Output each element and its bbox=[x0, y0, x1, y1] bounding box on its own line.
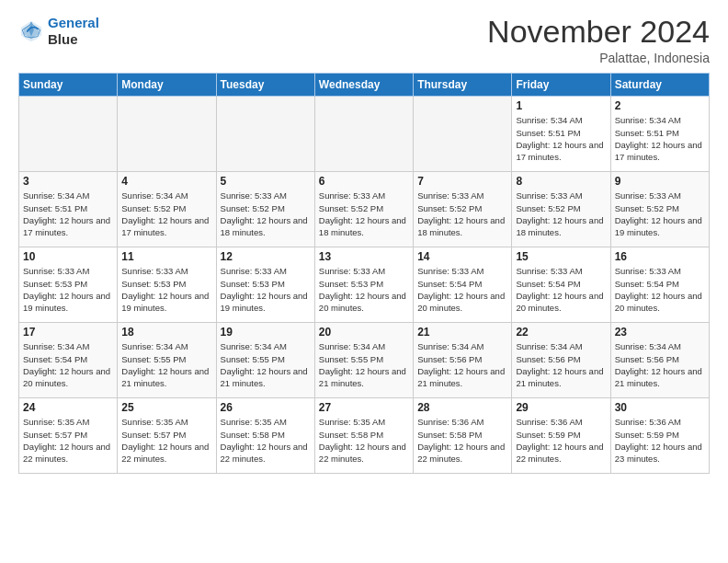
day-info: Sunrise: 5:33 AMSunset: 5:53 PMDaylight:… bbox=[319, 265, 409, 314]
calendar-week-row: 3Sunrise: 5:34 AMSunset: 5:51 PMDaylight… bbox=[19, 172, 710, 247]
day-number: 30 bbox=[615, 401, 705, 414]
calendar: SundayMondayTuesdayWednesdayThursdayFrid… bbox=[18, 73, 710, 474]
calendar-cell: 16Sunrise: 5:33 AMSunset: 5:54 PMDayligh… bbox=[610, 247, 709, 323]
calendar-cell: 20Sunrise: 5:34 AMSunset: 5:55 PMDayligh… bbox=[314, 323, 413, 398]
calendar-cell: 12Sunrise: 5:33 AMSunset: 5:53 PMDayligh… bbox=[216, 247, 314, 323]
day-number: 12 bbox=[221, 250, 311, 263]
day-number: 27 bbox=[319, 401, 409, 414]
calendar-cell bbox=[216, 97, 314, 172]
day-info: Sunrise: 5:33 AMSunset: 5:52 PMDaylight:… bbox=[615, 190, 705, 238]
calendar-cell: 17Sunrise: 5:34 AMSunset: 5:54 PMDayligh… bbox=[19, 323, 118, 398]
weekday-header: Monday bbox=[118, 74, 216, 97]
calendar-cell: 25Sunrise: 5:35 AMSunset: 5:57 PMDayligh… bbox=[118, 398, 216, 474]
weekday-header: Saturday bbox=[610, 74, 709, 97]
day-info: Sunrise: 5:34 AMSunset: 5:51 PMDaylight:… bbox=[516, 114, 606, 163]
logo-line2: Blue bbox=[48, 31, 99, 48]
calendar-header-row: SundayMondayTuesdayWednesdayThursdayFrid… bbox=[19, 74, 710, 97]
weekday-header: Wednesday bbox=[314, 74, 413, 97]
day-info: Sunrise: 5:35 AMSunset: 5:58 PMDaylight:… bbox=[319, 416, 409, 465]
calendar-cell: 18Sunrise: 5:34 AMSunset: 5:55 PMDayligh… bbox=[118, 323, 216, 398]
day-info: Sunrise: 5:34 AMSunset: 5:56 PMDaylight:… bbox=[615, 340, 705, 389]
day-number: 18 bbox=[121, 326, 211, 339]
day-info: Sunrise: 5:33 AMSunset: 5:53 PMDaylight:… bbox=[121, 265, 211, 314]
calendar-cell: 6Sunrise: 5:33 AMSunset: 5:52 PMDaylight… bbox=[314, 172, 413, 247]
calendar-cell: 3Sunrise: 5:34 AMSunset: 5:51 PMDaylight… bbox=[19, 172, 118, 247]
calendar-cell: 7Sunrise: 5:33 AMSunset: 5:52 PMDaylight… bbox=[414, 172, 512, 247]
day-info: Sunrise: 5:34 AMSunset: 5:52 PMDaylight:… bbox=[121, 190, 211, 238]
day-info: Sunrise: 5:34 AMSunset: 5:54 PMDaylight:… bbox=[23, 340, 113, 389]
day-number: 25 bbox=[121, 401, 211, 414]
day-number: 15 bbox=[516, 250, 606, 263]
day-info: Sunrise: 5:33 AMSunset: 5:52 PMDaylight:… bbox=[516, 190, 606, 238]
title-block: November 2024 Palattae, Indonesia bbox=[487, 15, 710, 65]
day-info: Sunrise: 5:33 AMSunset: 5:53 PMDaylight:… bbox=[221, 265, 311, 314]
calendar-cell: 24Sunrise: 5:35 AMSunset: 5:57 PMDayligh… bbox=[19, 398, 118, 474]
day-number: 3 bbox=[23, 175, 113, 188]
calendar-cell: 29Sunrise: 5:36 AMSunset: 5:59 PMDayligh… bbox=[512, 398, 610, 474]
calendar-cell bbox=[118, 97, 216, 172]
calendar-cell: 5Sunrise: 5:33 AMSunset: 5:52 PMDaylight… bbox=[216, 172, 314, 247]
logo-icon bbox=[18, 18, 44, 44]
logo-text: General Blue bbox=[48, 15, 99, 48]
month-title: November 2024 bbox=[487, 15, 710, 49]
day-number: 26 bbox=[221, 401, 311, 414]
calendar-cell bbox=[314, 97, 413, 172]
day-info: Sunrise: 5:36 AMSunset: 5:59 PMDaylight:… bbox=[516, 416, 606, 465]
page: General Blue November 2024 Palattae, Ind… bbox=[0, 0, 728, 488]
day-number: 28 bbox=[417, 401, 507, 414]
day-number: 5 bbox=[221, 175, 311, 188]
calendar-cell: 9Sunrise: 5:33 AMSunset: 5:52 PMDaylight… bbox=[610, 172, 709, 247]
day-number: 22 bbox=[516, 326, 606, 339]
calendar-cell: 30Sunrise: 5:36 AMSunset: 5:59 PMDayligh… bbox=[610, 398, 709, 474]
day-info: Sunrise: 5:33 AMSunset: 5:54 PMDaylight:… bbox=[417, 265, 507, 314]
calendar-cell: 26Sunrise: 5:35 AMSunset: 5:58 PMDayligh… bbox=[216, 398, 314, 474]
day-info: Sunrise: 5:34 AMSunset: 5:55 PMDaylight:… bbox=[121, 340, 211, 389]
day-number: 17 bbox=[23, 326, 113, 339]
calendar-cell: 14Sunrise: 5:33 AMSunset: 5:54 PMDayligh… bbox=[414, 247, 512, 323]
calendar-cell: 1Sunrise: 5:34 AMSunset: 5:51 PMDaylight… bbox=[512, 97, 610, 172]
calendar-week-row: 1Sunrise: 5:34 AMSunset: 5:51 PMDaylight… bbox=[19, 97, 710, 172]
day-number: 20 bbox=[319, 326, 409, 339]
calendar-cell: 11Sunrise: 5:33 AMSunset: 5:53 PMDayligh… bbox=[118, 247, 216, 323]
calendar-cell: 21Sunrise: 5:34 AMSunset: 5:56 PMDayligh… bbox=[414, 323, 512, 398]
day-number: 24 bbox=[23, 401, 113, 414]
calendar-cell: 10Sunrise: 5:33 AMSunset: 5:53 PMDayligh… bbox=[19, 247, 118, 323]
weekday-header: Tuesday bbox=[216, 74, 314, 97]
calendar-cell bbox=[19, 97, 118, 172]
day-info: Sunrise: 5:33 AMSunset: 5:54 PMDaylight:… bbox=[516, 265, 606, 314]
day-info: Sunrise: 5:34 AMSunset: 5:55 PMDaylight:… bbox=[221, 340, 311, 389]
calendar-cell: 4Sunrise: 5:34 AMSunset: 5:52 PMDaylight… bbox=[118, 172, 216, 247]
day-info: Sunrise: 5:33 AMSunset: 5:52 PMDaylight:… bbox=[417, 190, 507, 238]
day-info: Sunrise: 5:34 AMSunset: 5:51 PMDaylight:… bbox=[615, 114, 705, 163]
day-number: 4 bbox=[121, 175, 211, 188]
logo-line1: General bbox=[48, 15, 99, 30]
day-number: 10 bbox=[23, 250, 113, 263]
day-number: 13 bbox=[319, 250, 409, 263]
logo: General Blue bbox=[18, 15, 99, 48]
day-info: Sunrise: 5:33 AMSunset: 5:52 PMDaylight:… bbox=[319, 190, 409, 238]
day-info: Sunrise: 5:36 AMSunset: 5:58 PMDaylight:… bbox=[417, 416, 507, 465]
day-number: 16 bbox=[615, 250, 705, 263]
day-number: 11 bbox=[121, 250, 211, 263]
day-number: 1 bbox=[516, 99, 606, 112]
day-info: Sunrise: 5:34 AMSunset: 5:56 PMDaylight:… bbox=[516, 340, 606, 389]
calendar-cell bbox=[414, 97, 512, 172]
day-info: Sunrise: 5:34 AMSunset: 5:56 PMDaylight:… bbox=[417, 340, 507, 389]
calendar-week-row: 24Sunrise: 5:35 AMSunset: 5:57 PMDayligh… bbox=[19, 398, 710, 474]
calendar-week-row: 17Sunrise: 5:34 AMSunset: 5:54 PMDayligh… bbox=[19, 323, 710, 398]
weekday-header: Sunday bbox=[19, 74, 118, 97]
day-number: 19 bbox=[221, 326, 311, 339]
day-info: Sunrise: 5:33 AMSunset: 5:52 PMDaylight:… bbox=[221, 190, 311, 238]
day-info: Sunrise: 5:34 AMSunset: 5:55 PMDaylight:… bbox=[319, 340, 409, 389]
day-info: Sunrise: 5:33 AMSunset: 5:54 PMDaylight:… bbox=[615, 265, 705, 314]
header: General Blue November 2024 Palattae, Ind… bbox=[18, 15, 710, 65]
day-number: 6 bbox=[319, 175, 409, 188]
subtitle: Palattae, Indonesia bbox=[487, 51, 710, 65]
day-info: Sunrise: 5:33 AMSunset: 5:53 PMDaylight:… bbox=[23, 265, 113, 314]
day-number: 29 bbox=[516, 401, 606, 414]
calendar-cell: 15Sunrise: 5:33 AMSunset: 5:54 PMDayligh… bbox=[512, 247, 610, 323]
calendar-cell: 8Sunrise: 5:33 AMSunset: 5:52 PMDaylight… bbox=[512, 172, 610, 247]
calendar-cell: 13Sunrise: 5:33 AMSunset: 5:53 PMDayligh… bbox=[314, 247, 413, 323]
calendar-cell: 23Sunrise: 5:34 AMSunset: 5:56 PMDayligh… bbox=[610, 323, 709, 398]
calendar-cell: 2Sunrise: 5:34 AMSunset: 5:51 PMDaylight… bbox=[610, 97, 709, 172]
